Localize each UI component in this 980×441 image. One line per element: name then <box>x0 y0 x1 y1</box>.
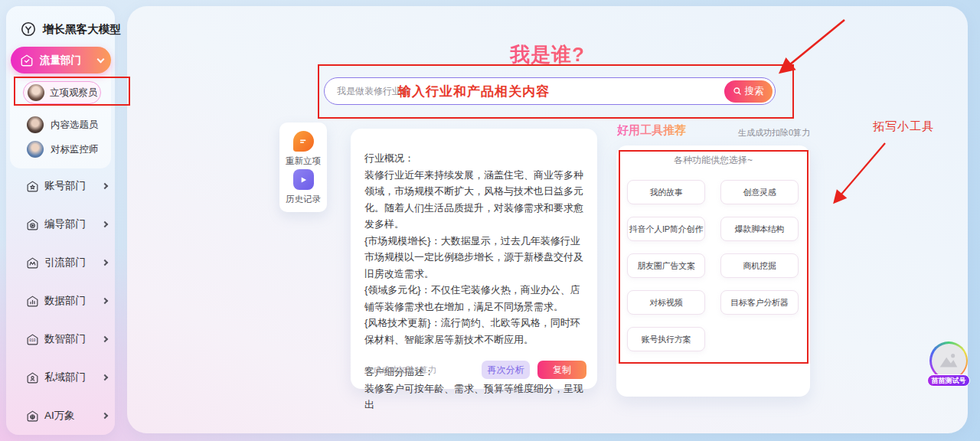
sidebar-item-label: 流量部门 <box>40 54 92 67</box>
avatar <box>28 84 44 101</box>
sidebar-item-label: 引流部门 <box>44 256 103 270</box>
sidebar-item-ai-universe[interactable]: AI万象 <box>26 407 107 424</box>
search-input[interactable] <box>326 80 720 103</box>
analysis-paragraph: {领域多元化}：不仅住宅装修火热，商业办公、店铺等装修需求也在增加，满足不同场景… <box>364 282 585 315</box>
tool-button[interactable]: 朋友圈广告文案 <box>627 253 705 278</box>
private-domain-dept-icon <box>26 371 39 384</box>
sidebar-item-label: 数据部门 <box>44 294 103 308</box>
user-badge: 苗苗测试号 <box>927 374 970 387</box>
search-button-label: 搜索 <box>745 85 764 98</box>
analysis-paragraph: 装修客户可按年龄、需求、预算等维度细分，呈现出 <box>364 381 585 413</box>
avatar <box>27 141 44 158</box>
svg-text:010: 010 <box>29 338 36 342</box>
analysis-paragraph: 装修行业近年来持续发展，涵盖住宅、商业等多种领域，市场规模不断扩大，风格与技术也… <box>364 167 585 233</box>
sidebar-brand[interactable]: 增长黑客大模型 <box>20 21 121 38</box>
avatar-placeholder-image <box>932 344 966 378</box>
chevron-right-icon <box>102 260 108 266</box>
analysis-paragraph: {市场规模增长}：大数据显示，过去几年装修行业市场规模以一定比例稳步增长，源于新… <box>364 233 585 283</box>
history-label: 历史记录 <box>286 194 321 205</box>
account-dept-icon <box>26 180 39 193</box>
brand-label: 增长黑客大模型 <box>43 22 121 37</box>
history-video-icon <box>293 169 314 190</box>
sidebar-item-leadgen-dept[interactable]: 引流部门 <box>26 254 107 271</box>
copy-button[interactable]: 复制 <box>537 361 586 379</box>
history-button[interactable]: 历史记录 <box>279 169 327 205</box>
compute-cost-note: 生成成功扣除1算力 <box>364 364 482 376</box>
sidebar-item-benchmark-monitor[interactable]: 对标监控师 <box>27 141 99 158</box>
tools-grid: 我的故事 创意灵感 抖音个人IP简介创作 爆款脚本结构 朋友圈广告文案 商机挖掘… <box>616 167 810 351</box>
sidebar-item-project-observer[interactable]: 立项观察员 <box>23 81 101 104</box>
brand-logo-icon <box>20 21 37 38</box>
page-background: 增长黑客大模型 流量部门 立项观察员 内容选题员 对标监控师 <box>0 0 980 441</box>
sidebar-item-director-dept[interactable]: 编导部门 <box>26 216 107 233</box>
sidebar-item-traffic-dept[interactable]: 流量部门 <box>11 47 111 74</box>
data-dept-icon <box>26 295 39 308</box>
tool-button[interactable]: 商机挖掘 <box>720 253 799 278</box>
chevron-down-icon <box>97 55 105 63</box>
sidebar-item-label: 内容选题员 <box>51 119 99 132</box>
tools-panel-title: 好用工具推荐 <box>617 123 686 138</box>
tool-button[interactable]: 账号执行方案 <box>627 327 705 351</box>
chevron-right-icon <box>102 298 108 304</box>
tool-button[interactable]: 目标客户分析器 <box>720 290 799 315</box>
sidebar-item-label: 立项观察员 <box>50 87 98 100</box>
tool-button[interactable]: 对标视频 <box>627 290 705 315</box>
industry-analysis-panel: 行业概况： 装修行业近年来持续发展，涵盖住宅、商业等多种领域，市场规模不断扩大，… <box>351 129 597 389</box>
sidebar-item-label: 对标监控师 <box>51 143 99 156</box>
chevron-right-icon <box>102 221 108 227</box>
search-bar: 搜索 <box>324 77 776 105</box>
sidebar-item-label: 数智部门 <box>44 332 103 346</box>
director-dept-icon <box>26 218 39 231</box>
tool-button[interactable]: 我的故事 <box>627 180 705 204</box>
search-button[interactable]: 搜索 <box>724 80 773 103</box>
sidebar-item-data-dept[interactable]: 数据部门 <box>26 292 107 309</box>
sidebar-item-label: 账号部门 <box>44 179 103 193</box>
tool-button[interactable]: 创意灵感 <box>720 180 799 204</box>
chevron-right-icon <box>102 336 108 342</box>
tool-button[interactable]: 抖音个人IP简介创作 <box>627 217 705 241</box>
analysis-paragraph: 行业概况： <box>364 150 585 167</box>
tool-button[interactable]: 爆款脚本结构 <box>720 217 799 241</box>
sidebar: 增长黑客大模型 流量部门 立项观察员 内容选题员 对标监控师 <box>6 6 115 435</box>
leadgen-dept-icon <box>26 256 39 270</box>
restart-project-button[interactable]: 重新立项 <box>279 131 327 167</box>
user-avatar-widget[interactable]: 苗苗测试号 <box>929 341 969 386</box>
digital-dept-icon: 010 <box>26 333 39 346</box>
traffic-dept-icon <box>20 54 34 67</box>
tools-hint: 各种功能供您选择~ <box>616 154 810 167</box>
sidebar-item-private-domain-dept[interactable]: 私域部门 <box>26 369 107 386</box>
search-icon <box>733 87 742 96</box>
chevron-right-icon <box>102 183 108 189</box>
sidebar-item-account-dept[interactable]: 账号部门 <box>26 178 107 194</box>
analysis-paragraph: {风格技术更新}：流行简约、北欧等风格，同时环保材料、智能家居等新技术不断应用。 <box>364 315 585 348</box>
ai-universe-icon <box>26 410 39 423</box>
sidebar-item-label: AI万象 <box>44 409 103 423</box>
tools-compute-note: 生成成功扣除0算力 <box>738 127 810 139</box>
user-badge-label: 苗苗测试号 <box>932 376 966 386</box>
reanalyze-button[interactable]: 再次分析 <box>482 361 530 379</box>
tools-panel: 各种功能供您选择~ 我的故事 创意灵感 抖音个人IP简介创作 爆款脚本结构 朋友… <box>616 145 810 397</box>
sidebar-item-label: 编导部门 <box>44 217 103 231</box>
sidebar-item-digital-dept[interactable]: 010 数智部门 <box>26 331 107 348</box>
sidebar-item-content-selector[interactable]: 内容选题员 <box>27 116 99 133</box>
chevron-right-icon <box>102 374 108 381</box>
chevron-right-icon <box>102 413 108 419</box>
page-title: 我是谁? <box>127 41 968 68</box>
restart-project-label: 重新立项 <box>286 155 321 167</box>
sidebar-item-label: 私域部门 <box>44 371 103 384</box>
chat-bubble-icon <box>293 131 314 152</box>
side-actions-panel: 重新立项 历史记录 <box>279 122 327 212</box>
avatar <box>27 116 44 133</box>
analysis-footer: 生成成功扣除1算力 再次分析 复制 <box>364 361 586 379</box>
